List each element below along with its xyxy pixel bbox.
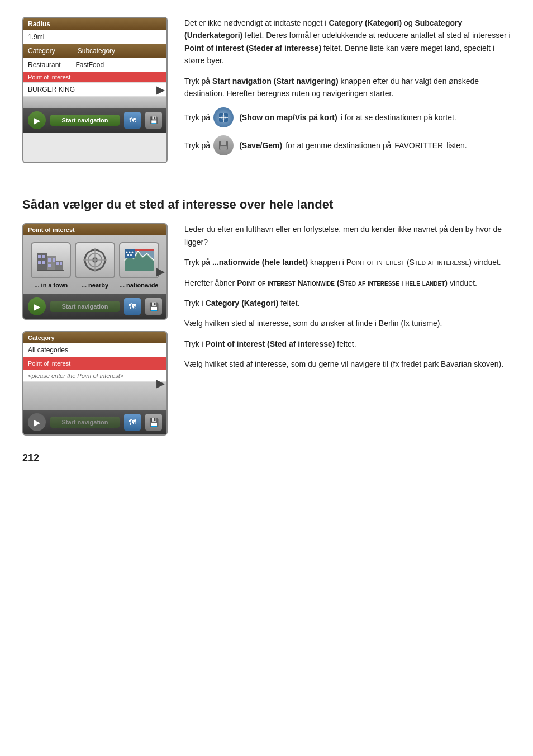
radius-value: 1.9mi xyxy=(23,30,166,44)
bottom-para5: Vælg hvilken sted af interesse, som du ø… xyxy=(184,317,511,329)
all-categories-row[interactable]: All categories xyxy=(23,343,166,357)
scroll-indicator-top: ▶ xyxy=(156,84,164,96)
poi-start-nav-btn[interactable]: Start navigation xyxy=(50,301,120,312)
svg-rect-19 xyxy=(37,270,64,271)
save-icon-inline xyxy=(213,135,234,155)
nearby-icon-svg xyxy=(78,245,112,276)
svg-rect-18 xyxy=(60,262,62,265)
poi-icon-panel: Point of interest xyxy=(22,223,168,320)
cat-start-nav-btn[interactable]: Start navigation xyxy=(50,417,120,428)
para3: Tryk på (Show on map/Vis på kort) i for … xyxy=(184,107,511,127)
town-icon-box[interactable] xyxy=(31,242,71,278)
svg-point-32 xyxy=(130,254,132,256)
cat-panel-bottom-bar: ▶ Start navigation 🗺 💾 xyxy=(23,410,166,434)
poi-value: BURGER KING xyxy=(23,83,166,97)
poi-scroll-indicator: ▶ xyxy=(156,266,164,278)
bottom-text-content: Leder du efter en lufthavn eller en forl… xyxy=(184,223,511,436)
nearby-icon-box[interactable] xyxy=(75,242,115,278)
svg-rect-15 xyxy=(48,264,51,267)
top-panel-bottom-bar: ▶ Start navigation 🗺 💾 xyxy=(23,108,166,133)
svg-rect-8 xyxy=(38,255,41,258)
poi-map-btn[interactable]: 🗺 xyxy=(124,298,141,315)
section-heading: Sådan vælger du et sted af interesse ove… xyxy=(22,186,511,212)
bottom-section: Point of interest xyxy=(22,223,511,436)
top-text-content: Det er ikke nødvendigt at indtaste noget… xyxy=(184,17,511,163)
bold-show-on-map: (Show on map/Vis på kort) xyxy=(239,111,337,124)
poi-panel-header: Point of interest xyxy=(23,224,166,235)
favoritter-label: FAVORITTER xyxy=(394,139,443,152)
save-icon-btn[interactable]: 💾 xyxy=(145,112,162,129)
bold-save: (Save/Gem) xyxy=(239,139,282,152)
para4: Tryk på (Save/Gem) for at gemme destinat… xyxy=(184,135,511,155)
svg-rect-13 xyxy=(48,258,51,262)
cat-map-btn[interactable]: 🗺 xyxy=(124,414,141,431)
nationwide-label: ... nationwide xyxy=(120,282,159,289)
category-col-header: Category xyxy=(28,47,55,55)
nearby-label: ... nearby xyxy=(82,282,108,289)
category-value-row: Restaurant FastFood xyxy=(23,58,166,72)
cat-poi-header: Point of interest xyxy=(23,357,166,370)
bottom-para3: Herefter åbner Point of interest Nationw… xyxy=(184,277,511,289)
category-subcategory-header: Category Subcategory xyxy=(23,44,166,58)
svg-rect-10 xyxy=(38,261,41,264)
town-label: ... in a town xyxy=(34,282,68,289)
top-section: Radius 1.9mi Category Subcategory Restau… xyxy=(22,17,511,163)
cat-nav-btn[interactable]: ▶ xyxy=(28,413,46,431)
poi-nationwide[interactable]: ... nationwide xyxy=(119,242,159,289)
map-icon-inline xyxy=(213,107,234,127)
svg-point-28 xyxy=(126,252,127,253)
panels-column: Point of interest xyxy=(22,223,168,436)
poi-save-btn[interactable]: 💾 xyxy=(145,298,162,315)
poi-icons-row: ... in a town ... nearby xyxy=(23,235,166,292)
svg-rect-9 xyxy=(42,255,45,258)
svg-rect-11 xyxy=(42,261,45,264)
svg-rect-14 xyxy=(53,258,55,262)
bold-subcategory: Subcategory (Underkategori) xyxy=(184,18,462,40)
svg-rect-5 xyxy=(221,141,226,145)
subcategory-col-header: Subcategory xyxy=(78,47,115,55)
map-icon-btn[interactable]: 🗺 xyxy=(124,112,141,129)
bold-start-nav: Start navigation (Start navigering) xyxy=(212,77,339,86)
page-number: 212 xyxy=(22,452,511,464)
bold-category: Category (Kategori) xyxy=(329,18,402,27)
bottom-para7: Vælg hvilket sted af interesse, som du g… xyxy=(184,358,511,370)
bottom-para2: Tryk på ...nationwide (hele landet) knap… xyxy=(184,256,511,268)
bold-nationwide-btn: ...nationwide (hele landet) xyxy=(212,258,308,267)
save-svg xyxy=(217,139,230,152)
start-nav-button[interactable]: Start navigation xyxy=(50,115,120,126)
svg-rect-12 xyxy=(47,256,56,270)
bold-poi: Point of interest (Steder af interesse) xyxy=(184,44,321,53)
category-panel: Category All categories Point of interes… xyxy=(22,331,168,436)
bottom-para1: Leder du efter en lufthavn eller en forl… xyxy=(184,223,511,248)
nationwide-icon-svg xyxy=(122,245,156,276)
poi-nav-btn[interactable]: ▶ xyxy=(28,297,46,315)
top-ui-panel: Radius 1.9mi Category Subcategory Restau… xyxy=(22,17,168,163)
para2: Tryk på Start navigation (Start navigeri… xyxy=(184,75,511,100)
start-nav-icon[interactable]: ▶ xyxy=(28,111,46,129)
cat-panel-spacer xyxy=(23,382,166,410)
poi-header: Point of interest xyxy=(23,72,166,83)
cat-save-btn[interactable]: 💾 xyxy=(145,414,162,431)
show-on-map-svg xyxy=(218,112,229,123)
para1: Det er ikke nødvendigt at indtaste noget… xyxy=(184,17,511,67)
bold-category-field: Category (Kategori) xyxy=(206,299,279,308)
poi-input-row[interactable]: <please enter the Point of interest> xyxy=(23,370,166,382)
town-icon-svg xyxy=(34,245,68,276)
cat-scroll-indicator: ▶ xyxy=(156,377,164,390)
poi-sted-label: Point of interest (Sted af interesse) xyxy=(346,258,472,267)
poi-nationwide-label: Point of interest Nationwide (Sted af in… xyxy=(237,278,448,287)
poi-nearby[interactable]: ... nearby xyxy=(75,242,115,289)
svg-rect-27 xyxy=(125,249,135,258)
bottom-para6: Tryk i Point of interest (Sted af intere… xyxy=(184,338,511,350)
bottom-para4: Tryk i Category (Kategori) feltet. xyxy=(184,297,511,309)
poi-panel-bottom-bar: ▶ Start navigation 🗺 💾 xyxy=(23,294,166,319)
svg-point-29 xyxy=(129,252,130,253)
nationwide-icon-box[interactable] xyxy=(119,242,159,278)
svg-rect-17 xyxy=(56,262,59,265)
poi-in-a-town[interactable]: ... in a town xyxy=(31,242,71,289)
svg-rect-16 xyxy=(55,261,63,270)
bold-poi-field: Point of interest (Sted af interesse) xyxy=(206,339,335,348)
svg-point-30 xyxy=(131,252,133,253)
radius-header: Radius xyxy=(23,18,166,30)
svg-rect-6 xyxy=(220,146,227,150)
